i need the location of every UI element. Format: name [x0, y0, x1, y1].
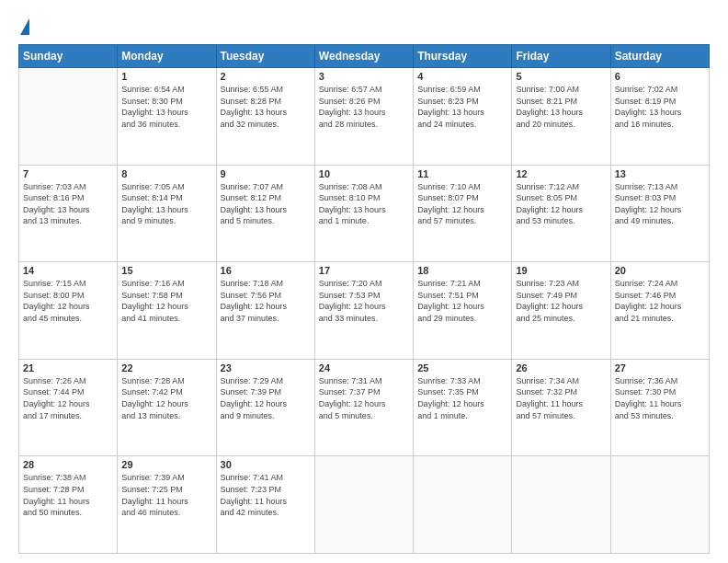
calendar-cell: 24Sunrise: 7:31 AM Sunset: 7:37 PM Dayli… [314, 359, 413, 456]
day-info: Sunrise: 7:05 AM Sunset: 8:14 PM Dayligh… [121, 181, 211, 227]
day-info: Sunrise: 7:39 AM Sunset: 7:25 PM Dayligh… [121, 472, 211, 518]
day-header-monday: Monday [118, 45, 216, 68]
calendar-cell [314, 456, 413, 554]
calendar-cell: 25Sunrise: 7:33 AM Sunset: 7:35 PM Dayli… [414, 359, 512, 456]
day-number: 16 [221, 265, 311, 276]
day-number: 22 [121, 362, 211, 373]
calendar-cell: 19Sunrise: 7:23 AM Sunset: 7:49 PM Dayli… [512, 262, 610, 360]
day-number: 21 [23, 362, 113, 373]
day-number: 26 [516, 362, 606, 373]
day-number: 19 [516, 265, 606, 276]
calendar-cell [512, 456, 610, 554]
day-header-saturday: Saturday [610, 45, 709, 68]
day-info: Sunrise: 6:59 AM Sunset: 8:23 PM Dayligh… [417, 84, 507, 130]
week-row-3: 14Sunrise: 7:15 AM Sunset: 8:00 PM Dayli… [19, 262, 710, 360]
day-number: 18 [417, 265, 507, 276]
calendar-cell [414, 456, 512, 554]
day-info: Sunrise: 7:20 AM Sunset: 7:53 PM Dayligh… [319, 278, 409, 324]
day-info: Sunrise: 7:26 AM Sunset: 7:44 PM Dayligh… [23, 375, 113, 421]
day-info: Sunrise: 7:10 AM Sunset: 8:07 PM Dayligh… [417, 181, 507, 227]
day-number: 14 [23, 265, 113, 276]
day-number: 17 [319, 265, 409, 276]
calendar-cell: 13Sunrise: 7:13 AM Sunset: 8:03 PM Dayli… [610, 165, 709, 262]
day-header-wednesday: Wednesday [314, 45, 413, 68]
day-number: 23 [221, 362, 311, 373]
day-number: 6 [615, 71, 705, 82]
day-number: 1 [121, 71, 211, 82]
day-info: Sunrise: 7:24 AM Sunset: 7:46 PM Dayligh… [615, 278, 705, 324]
day-info: Sunrise: 7:28 AM Sunset: 7:42 PM Dayligh… [121, 375, 211, 421]
day-info: Sunrise: 7:41 AM Sunset: 7:23 PM Dayligh… [221, 472, 311, 518]
calendar-cell: 9Sunrise: 7:07 AM Sunset: 8:12 PM Daylig… [216, 165, 314, 262]
calendar-cell: 20Sunrise: 7:24 AM Sunset: 7:46 PM Dayli… [610, 262, 709, 360]
calendar-cell [610, 456, 709, 554]
day-number: 30 [221, 459, 311, 470]
calendar-cell: 12Sunrise: 7:12 AM Sunset: 8:05 PM Dayli… [512, 165, 610, 262]
day-info: Sunrise: 7:03 AM Sunset: 8:16 PM Dayligh… [23, 181, 113, 227]
day-number: 7 [23, 168, 113, 179]
day-number: 8 [121, 168, 211, 179]
day-info: Sunrise: 6:54 AM Sunset: 8:30 PM Dayligh… [121, 84, 211, 130]
calendar-cell: 23Sunrise: 7:29 AM Sunset: 7:39 PM Dayli… [216, 359, 314, 456]
calendar-cell: 27Sunrise: 7:36 AM Sunset: 7:30 PM Dayli… [610, 359, 709, 456]
header [18, 15, 710, 37]
calendar-cell: 14Sunrise: 7:15 AM Sunset: 8:00 PM Dayli… [19, 262, 118, 360]
day-header-friday: Friday [512, 45, 610, 68]
day-info: Sunrise: 7:31 AM Sunset: 7:37 PM Dayligh… [319, 375, 409, 421]
calendar-cell: 29Sunrise: 7:39 AM Sunset: 7:25 PM Dayli… [118, 456, 216, 554]
calendar-cell: 3Sunrise: 6:57 AM Sunset: 8:26 PM Daylig… [314, 68, 413, 166]
day-info: Sunrise: 7:33 AM Sunset: 7:35 PM Dayligh… [417, 375, 507, 421]
day-info: Sunrise: 7:12 AM Sunset: 8:05 PM Dayligh… [516, 181, 606, 227]
day-info: Sunrise: 7:07 AM Sunset: 8:12 PM Dayligh… [221, 181, 311, 227]
day-number: 10 [319, 168, 409, 179]
day-info: Sunrise: 7:15 AM Sunset: 8:00 PM Dayligh… [23, 278, 113, 324]
day-number: 12 [516, 168, 606, 179]
calendar-cell: 7Sunrise: 7:03 AM Sunset: 8:16 PM Daylig… [19, 165, 118, 262]
day-header-sunday: Sunday [19, 45, 118, 68]
day-number: 15 [121, 265, 211, 276]
calendar-cell: 10Sunrise: 7:08 AM Sunset: 8:10 PM Dayli… [314, 165, 413, 262]
calendar-cell: 21Sunrise: 7:26 AM Sunset: 7:44 PM Dayli… [19, 359, 118, 456]
day-number: 20 [615, 265, 705, 276]
day-number: 27 [615, 362, 705, 373]
day-header-tuesday: Tuesday [216, 45, 314, 68]
day-number: 13 [615, 168, 705, 179]
day-info: Sunrise: 7:08 AM Sunset: 8:10 PM Dayligh… [319, 181, 409, 227]
day-number: 25 [417, 362, 507, 373]
calendar-cell: 11Sunrise: 7:10 AM Sunset: 8:07 PM Dayli… [414, 165, 512, 262]
day-number: 29 [121, 459, 211, 470]
calendar-cell: 30Sunrise: 7:41 AM Sunset: 7:23 PM Dayli… [216, 456, 314, 554]
calendar-cell: 8Sunrise: 7:05 AM Sunset: 8:14 PM Daylig… [118, 165, 216, 262]
page: SundayMondayTuesdayWednesdayThursdayFrid… [0, 0, 728, 563]
calendar-cell [19, 68, 118, 166]
calendar-cell: 5Sunrise: 7:00 AM Sunset: 8:21 PM Daylig… [512, 68, 610, 166]
calendar-cell: 1Sunrise: 6:54 AM Sunset: 8:30 PM Daylig… [118, 68, 216, 166]
day-info: Sunrise: 7:23 AM Sunset: 7:49 PM Dayligh… [516, 278, 606, 324]
calendar-cell: 26Sunrise: 7:34 AM Sunset: 7:32 PM Dayli… [512, 359, 610, 456]
calendar-cell: 28Sunrise: 7:38 AM Sunset: 7:28 PM Dayli… [19, 456, 118, 554]
day-info: Sunrise: 7:13 AM Sunset: 8:03 PM Dayligh… [615, 181, 705, 227]
day-info: Sunrise: 6:55 AM Sunset: 8:28 PM Dayligh… [221, 84, 311, 130]
logo [18, 18, 29, 37]
day-info: Sunrise: 7:21 AM Sunset: 7:51 PM Dayligh… [417, 278, 507, 324]
calendar-cell: 22Sunrise: 7:28 AM Sunset: 7:42 PM Dayli… [118, 359, 216, 456]
day-info: Sunrise: 7:00 AM Sunset: 8:21 PM Dayligh… [516, 84, 606, 130]
day-info: Sunrise: 7:02 AM Sunset: 8:19 PM Dayligh… [615, 84, 705, 130]
day-info: Sunrise: 7:34 AM Sunset: 7:32 PM Dayligh… [516, 375, 606, 421]
calendar-table: SundayMondayTuesdayWednesdayThursdayFrid… [18, 44, 710, 554]
calendar-cell: 18Sunrise: 7:21 AM Sunset: 7:51 PM Dayli… [414, 262, 512, 360]
day-number: 28 [23, 459, 113, 470]
day-info: Sunrise: 7:36 AM Sunset: 7:30 PM Dayligh… [615, 375, 705, 421]
day-number: 2 [221, 71, 311, 82]
calendar-cell: 15Sunrise: 7:16 AM Sunset: 7:58 PM Dayli… [118, 262, 216, 360]
day-number: 9 [221, 168, 311, 179]
day-info: Sunrise: 7:29 AM Sunset: 7:39 PM Dayligh… [221, 375, 311, 421]
calendar-cell: 16Sunrise: 7:18 AM Sunset: 7:56 PM Dayli… [216, 262, 314, 360]
header-row: SundayMondayTuesdayWednesdayThursdayFrid… [19, 45, 710, 68]
week-row-2: 7Sunrise: 7:03 AM Sunset: 8:16 PM Daylig… [19, 165, 710, 262]
logo-triangle-icon [20, 18, 29, 35]
day-info: Sunrise: 7:38 AM Sunset: 7:28 PM Dayligh… [23, 472, 113, 518]
week-row-5: 28Sunrise: 7:38 AM Sunset: 7:28 PM Dayli… [19, 456, 710, 554]
day-number: 3 [319, 71, 409, 82]
calendar-cell: 6Sunrise: 7:02 AM Sunset: 8:19 PM Daylig… [610, 68, 709, 166]
